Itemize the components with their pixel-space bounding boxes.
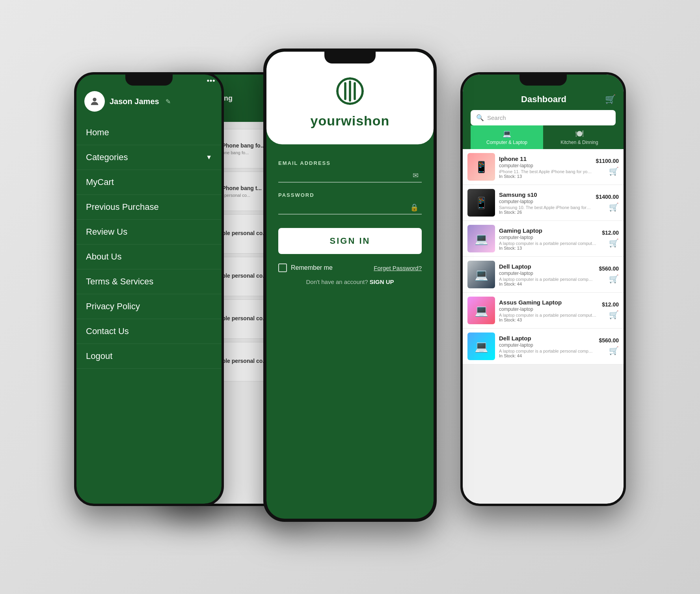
product-info-iphone11: Iphone 11 computer-laptop iPhone 11. The… — [499, 155, 592, 179]
phone-left: ●●● Jason James ✎ Home Categories — [74, 72, 224, 506]
email-field-container: EMAIL ADDRESS ✉ — [278, 160, 422, 183]
dashboard-title-row: Dashboard 🛒 — [471, 94, 616, 105]
product-price-dell-laptop-2: $560.00 — [599, 337, 619, 344]
product-info-assus-gaming: Assus Gaming Laptop computer-laptop A la… — [499, 299, 598, 322]
product-price-gaming-laptop: $12.00 — [602, 230, 619, 236]
dashboard-header: Dashboard 🛒 🔍 Search 💻 Computer & Laptop… — [463, 75, 624, 149]
product-desc-dell-laptop: A laptop computer is a portable personal… — [499, 277, 595, 282]
tab-kitchen-dining[interactable]: 🍽️ Kitchen & Dinning — [543, 125, 616, 149]
product-item-iphone11: 📱 Iphone 11 computer-laptop iPhone 11. T… — [463, 149, 624, 185]
dashboard-title: Dashboard — [482, 94, 605, 105]
product-right-gaming-laptop: $12.00 🛒 — [602, 230, 619, 248]
center-phone-notch — [324, 52, 376, 64]
nav-item-categories[interactable]: Categories ▼ — [76, 145, 222, 170]
remember-left: Remember me — [278, 263, 333, 272]
phone-center: yourwishon EMAIL ADDRESS ✉ PASSWORD — [263, 49, 437, 522]
nav-item-review-us[interactable]: Review Us — [76, 220, 222, 245]
product-item-assus-gaming: 💻 Assus Gaming Laptop computer-laptop A … — [463, 293, 624, 329]
product-desc-assus-gaming: A laptop computer is a portable personal… — [499, 313, 598, 318]
product-desc-iphone11: iPhone 11. The best Apple iPhone bang fo… — [499, 169, 592, 174]
email-label: EMAIL ADDRESS — [278, 160, 422, 166]
product-thumb-dell-laptop-2: 💻 — [467, 332, 495, 360]
product-name-assus-gaming: Assus Gaming Laptop — [499, 299, 598, 306]
login-form: EMAIL ADDRESS ✉ PASSWORD 🔒 SIGN IN — [266, 152, 434, 519]
remember-checkbox[interactable] — [278, 263, 287, 272]
email-icon: ✉ — [413, 171, 419, 180]
signup-row: Don't have an account? SIGN UP — [278, 278, 422, 285]
nav-item-home[interactable]: Home — [76, 120, 222, 145]
password-label: PASSWORD — [278, 192, 422, 198]
chevron-down-icon: ▼ — [206, 154, 212, 161]
app-logo-icon — [334, 75, 366, 107]
product-item-dell-laptop: 💻 Dell Laptop computer-laptop A laptop c… — [463, 257, 624, 293]
product-price-samsung-s10: $1400.00 — [596, 194, 619, 200]
product-price-assus-gaming: $12.00 — [602, 301, 619, 308]
search-icon: 🔍 — [476, 114, 484, 121]
tab-computer-laptop[interactable]: 💻 Computer & Laptop — [471, 125, 543, 149]
product-thumb-samsung-s10: 📱 — [467, 189, 495, 217]
product-stock-dell-laptop: In Stock: 44 — [499, 282, 595, 286]
product-desc-gaming-laptop: A laptop computer is a portable personal… — [499, 241, 598, 246]
nav-item-logout[interactable]: Logout — [76, 344, 222, 369]
product-thumb-assus-gaming: 💻 — [467, 297, 495, 324]
password-icon: 🔒 — [410, 203, 419, 212]
product-name-iphone11: Iphone 11 — [499, 155, 592, 162]
product-info-dell-laptop-2: Dell Laptop computer-laptop A laptop com… — [499, 335, 595, 358]
kitchen-icon: 🍽️ — [575, 129, 584, 138]
user-header: Jason James ✎ — [76, 86, 222, 116]
product-name-samsung-s10: Samsung s10 — [499, 191, 592, 198]
add-to-cart-gaming-laptop[interactable]: 🛒 — [609, 238, 619, 248]
search-bar[interactable]: 🔍 Search — [471, 110, 616, 125]
product-stock-dell-laptop-2: In Stock: 44 — [499, 353, 595, 358]
search-placeholder: Search — [487, 114, 506, 121]
product-stock-assus-gaming: In Stock: 43 — [499, 318, 598, 322]
computer-tab-label: Computer & Laptop — [486, 140, 527, 145]
product-info-gaming-laptop: Gaming Laptop computer-laptop A laptop c… — [499, 227, 598, 250]
add-to-cart-dell-laptop-2[interactable]: 🛒 — [609, 346, 619, 355]
sign-in-button[interactable]: SIGN IN — [278, 228, 422, 254]
product-category-iphone11: computer-laptop — [499, 163, 592, 168]
product-right-dell-laptop-2: $560.00 🛒 — [599, 337, 619, 355]
password-input[interactable] — [278, 200, 422, 215]
password-field-container: PASSWORD 🔒 — [278, 192, 422, 215]
email-input[interactable] — [278, 168, 422, 183]
product-price-iphone11: $1100.00 — [596, 158, 619, 164]
nav-item-about-us[interactable]: About Us — [76, 245, 222, 269]
product-category-assus-gaming: computer-laptop — [499, 306, 598, 312]
product-category-dell-laptop: computer-laptop — [499, 271, 595, 276]
cart-icon[interactable]: 🛒 — [605, 94, 616, 105]
forget-password-link[interactable]: Forget Password? — [374, 265, 422, 271]
right-phone-notch — [519, 75, 567, 86]
product-thumb-gaming-laptop: 💻 — [467, 225, 495, 252]
app-logo-text: yourwishon — [311, 113, 390, 129]
product-stock-samsung-s10: In Stock: 26 — [499, 210, 592, 215]
product-item-samsung-s10: 📱 Samsung s10 computer-laptop Samsung 10… — [463, 185, 624, 221]
left-phone-notch — [125, 75, 173, 86]
product-desc-samsung-s10: Samsung 10. The best Apple iPhone bang f… — [499, 205, 592, 210]
product-name-gaming-laptop: Gaming Laptop — [499, 227, 598, 234]
nav-item-privacy[interactable]: Privacy Policy — [76, 294, 222, 319]
remember-row: Remember me Forget Password? — [278, 263, 422, 272]
add-to-cart-samsung-s10[interactable]: 🛒 — [609, 202, 619, 212]
nav-item-terms[interactable]: Terms & Services — [76, 269, 222, 294]
nav-item-contact-us[interactable]: Contact Us — [76, 319, 222, 344]
add-to-cart-assus-gaming[interactable]: 🛒 — [609, 310, 619, 319]
svg-point-0 — [93, 98, 96, 101]
product-name-dell-laptop-2: Dell Laptop — [499, 335, 595, 342]
nav-item-mycart[interactable]: MyCart — [76, 170, 222, 195]
kitchen-tab-label: Kitchen & Dinning — [560, 140, 598, 145]
product-stock-gaming-laptop: In Stock: 13 — [499, 246, 598, 250]
product-item-dell-laptop-2: 💻 Dell Laptop computer-laptop A laptop c… — [463, 329, 624, 364]
login-header: yourwishon — [266, 52, 434, 144]
add-to-cart-iphone11[interactable]: 🛒 — [609, 166, 619, 176]
add-to-cart-dell-laptop[interactable]: 🛒 — [609, 274, 619, 284]
product-category-samsung-s10: computer-laptop — [499, 199, 592, 204]
product-info-dell-laptop: Dell Laptop computer-laptop A laptop com… — [499, 263, 595, 286]
sign-up-link[interactable]: SIGN UP — [370, 278, 394, 285]
phones-container: Kitchen & Dinning Apple iPhone bang fo..… — [74, 41, 626, 553]
product-thumb-dell-laptop: 💻 — [467, 261, 495, 288]
nav-item-previous-purchase[interactable]: Previous Purchase — [76, 195, 222, 220]
edit-icon[interactable]: ✎ — [166, 98, 171, 105]
product-stock-iphone11: In Stock: 13 — [499, 174, 592, 179]
remember-me-label: Remember me — [291, 264, 333, 271]
